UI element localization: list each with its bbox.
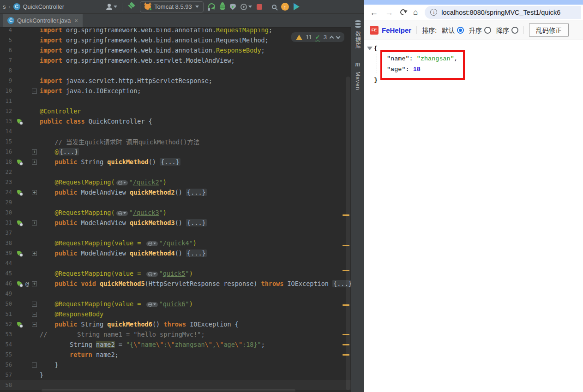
collapse-icon[interactable] — [367, 47, 373, 50]
spring-bean-icon[interactable] — [17, 251, 22, 256]
rerun-button[interactable] — [208, 3, 215, 10]
code-line: 22 — [0, 167, 351, 177]
globe-icon — [148, 242, 152, 246]
fold-toggle-icon[interactable]: + — [32, 149, 37, 154]
coverage-button[interactable] — [230, 4, 236, 10]
code-line: 51− @ResponseBody — [0, 309, 351, 319]
url-inlay-icon[interactable] — [116, 211, 128, 216]
horizontal-scrollbar[interactable] — [42, 389, 295, 392]
fold-toggle-icon[interactable]: − — [32, 302, 37, 307]
tool-window-database[interactable]: 数据库 — [354, 20, 362, 49]
radio-checked-icon[interactable] — [457, 27, 464, 34]
breadcrumb[interactable]: s › C QuickController — [3, 3, 64, 10]
vertical-scrollbar[interactable] — [346, 77, 350, 390]
code-line: 52− public String quickMethod6() throws … — [0, 319, 351, 329]
breadcrumb-separator: › — [9, 4, 11, 10]
toolbar-divider — [267, 3, 267, 11]
editor-tab-bar: C QuickController.java — [0, 14, 364, 28]
user-icon — [106, 4, 112, 10]
inspections-widget[interactable]: 11 3 — [291, 32, 344, 42]
fold-toggle-icon[interactable]: + — [32, 251, 37, 256]
code-line: 45 @RequestMapping(value = "quick5") — [0, 268, 351, 279]
url-inlay-icon[interactable] — [146, 272, 158, 277]
info-icon[interactable] — [430, 9, 437, 16]
previous-problem-icon[interactable] — [330, 36, 334, 41]
toolbar-divider — [523, 26, 524, 34]
code-line: 50− @RequestMapping(value = "quick6") — [0, 299, 351, 309]
forward-button[interactable] — [385, 8, 393, 17]
tool-window-maven[interactable]: m Maven — [355, 61, 361, 90]
fold-toggle-icon[interactable]: − — [32, 322, 37, 327]
url-inlay-icon[interactable] — [116, 180, 128, 185]
code-editor[interactable]: 4import org.springframework.web.bind.ann… — [0, 28, 351, 392]
code-line: 49 — [0, 289, 351, 299]
spring-bean-icon[interactable] — [17, 160, 22, 165]
spring-bean-icon[interactable] — [17, 119, 22, 124]
garbled-fix-button[interactable]: 乱码修正 — [529, 23, 569, 37]
stop-button[interactable] — [257, 4, 262, 10]
chevron-down-icon — [123, 182, 126, 184]
update-notification-icon[interactable] — [281, 3, 289, 11]
fold-toggle-icon[interactable]: − — [32, 312, 37, 317]
next-problem-icon[interactable] — [336, 34, 341, 39]
fehelper-logo: FE — [370, 26, 379, 35]
toolbar-divider — [416, 26, 417, 34]
search-icon[interactable] — [272, 5, 276, 9]
typo-check-icon — [315, 34, 320, 41]
tab-quickcontroller-java[interactable]: C QuickController.java — [3, 14, 83, 27]
maven-icon: m — [355, 61, 361, 68]
warning-count: 11 — [306, 34, 312, 41]
fold-toggle-icon[interactable]: + — [32, 190, 37, 195]
sort-label: 排序: — [422, 25, 437, 35]
typo-count: 3 — [324, 34, 327, 41]
fold-toggle-icon[interactable]: − — [32, 362, 37, 368]
run-config-select[interactable]: Tomcat 8.5.93 — [140, 1, 204, 12]
sort-option-default[interactable]: 默认 — [442, 25, 464, 35]
code-line: 57} — [0, 370, 351, 380]
sort-option-ascending[interactable]: 升序 — [469, 25, 491, 35]
home-button[interactable] — [413, 8, 418, 16]
profiler-button[interactable] — [240, 4, 252, 10]
back-button[interactable] — [370, 8, 378, 17]
code-line: 37 — [0, 228, 351, 238]
chevron-down-icon — [195, 6, 199, 8]
code-line: 39+ public ModelAndView quickMethod4() {… — [0, 248, 351, 258]
code-line: 31+ public ModelAndView quickMethod3() {… — [0, 218, 351, 228]
build-hammer-icon[interactable] — [127, 3, 135, 11]
close-icon[interactable] — [74, 17, 78, 24]
debug-button[interactable] — [220, 4, 225, 10]
fehelper-toolbar: FE FeHelper 排序: 默认 升序 降序 乱码修正 — [364, 20, 583, 40]
reload-button[interactable] — [399, 8, 407, 16]
intellij-window: s › C QuickController Tomcat 8.5.93 — [0, 0, 364, 392]
fold-toggle-icon[interactable]: + — [32, 160, 37, 165]
url-bar[interactable]: localhost:8080/springMVC_Test1/quick6 — [425, 6, 581, 19]
url-inlay-icon[interactable] — [146, 302, 158, 307]
spring-bean-icon[interactable] — [17, 190, 22, 195]
warning-icon — [296, 35, 302, 40]
code-line: 44 — [0, 258, 351, 268]
spring-bean-icon[interactable] — [17, 322, 22, 327]
breadcrumb-prefix: s — [3, 3, 6, 10]
profile-button[interactable] — [106, 4, 117, 10]
spring-bean-icon[interactable] — [17, 281, 22, 286]
radio-unchecked-icon[interactable] — [484, 27, 491, 34]
radio-unchecked-icon[interactable] — [511, 27, 518, 34]
run-config-label: Tomcat 8.5.93 — [154, 3, 192, 10]
plugin-logo-icon[interactable] — [294, 3, 300, 11]
highlight-box — [380, 50, 465, 80]
fold-toggle-icon[interactable]: + — [32, 220, 37, 226]
toolbar-divider — [122, 3, 122, 11]
code-line: 58 — [0, 380, 351, 390]
code-line: 10−import java.io.IOException; — [0, 86, 351, 96]
fold-toggle-icon[interactable]: − — [32, 89, 37, 94]
spring-bean-icon[interactable] — [17, 220, 22, 226]
chevron-down-icon — [248, 6, 252, 8]
sort-option-descending[interactable]: 降序 — [496, 25, 518, 35]
fold-toggle-icon[interactable]: + — [32, 281, 37, 286]
toolbar-divider — [574, 26, 574, 34]
class-icon: C — [13, 3, 20, 10]
url-inlay-icon[interactable] — [146, 241, 158, 246]
screen: s › C QuickController Tomcat 8.5.93 — [0, 0, 583, 392]
option-label: 降序 — [496, 25, 509, 35]
browser-navbar: localhost:8080/springMVC_Test1/quick6 — [364, 5, 583, 20]
